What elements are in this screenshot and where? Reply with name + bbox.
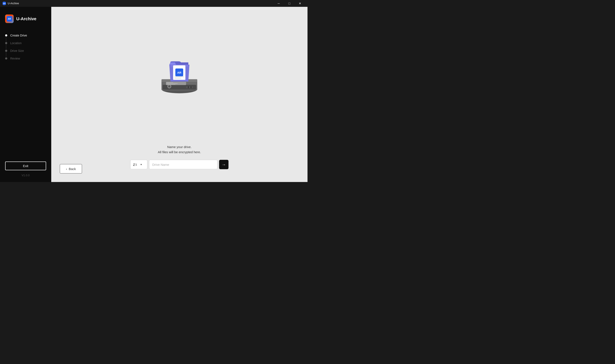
step-dot-review: [5, 57, 7, 60]
bottom-nav: ‹ Back: [60, 164, 82, 173]
subtitle-line2: All files will be encrypted here.: [158, 150, 201, 155]
svg-rect-5: [186, 86, 188, 88]
app-body: AR U-Archive Create Drive Location Drive…: [0, 7, 308, 182]
sidebar-logo: AR U-Archive: [0, 7, 51, 32]
main-content: AR Name your drive. All files will be en…: [51, 7, 308, 182]
svg-text:AR: AR: [177, 71, 182, 74]
form-subtitle: Name your drive. All files will be encry…: [158, 144, 201, 155]
svg-rect-18: [174, 78, 181, 78]
drive-illustration: AR: [156, 50, 203, 97]
drive-form-row: Z:\ Y:\ X:\ W:\ ▾ →: [130, 160, 228, 169]
sidebar-item-review[interactable]: Review: [5, 55, 46, 62]
maximize-button[interactable]: □: [284, 0, 294, 7]
step-label-review: Review: [10, 57, 20, 60]
sidebar-item-location[interactable]: Location: [5, 39, 46, 47]
go-arrow-icon: →: [222, 162, 226, 167]
svg-point-9: [168, 85, 170, 87]
drive-name-input[interactable]: [149, 160, 217, 169]
minimize-button[interactable]: ─: [274, 0, 284, 7]
subtitle-line1: Name your drive.: [158, 144, 201, 150]
exit-button[interactable]: Exit: [5, 161, 46, 170]
title-bar-controls: ─ □ ✕: [274, 0, 305, 7]
title-bar-title: U-Archive: [8, 2, 19, 5]
sidebar-footer: Exit V1.0.0: [0, 156, 51, 182]
svg-rect-7: [192, 86, 193, 88]
go-button[interactable]: →: [219, 160, 228, 169]
nav-steps: Create Drive Location Drive Size Review: [0, 32, 51, 62]
logo-initials: AR: [7, 16, 12, 22]
sidebar-item-drive-size[interactable]: Drive Size: [5, 47, 46, 55]
app-logo-text: U-Archive: [16, 16, 36, 21]
title-bar: AR U-Archive ─ □ ✕: [0, 0, 308, 7]
form-area: Name your drive. All files will be encry…: [130, 144, 228, 182]
step-label-drive-size: Drive Size: [10, 49, 24, 52]
drive-letter-select-wrapper[interactable]: Z:\ Y:\ X:\ W:\ ▾: [130, 160, 147, 169]
step-label-location: Location: [10, 41, 22, 45]
sidebar: AR U-Archive Create Drive Location Drive…: [0, 7, 51, 182]
svg-rect-17: [174, 76, 184, 77]
close-button[interactable]: ✕: [295, 0, 305, 7]
sidebar-item-create-drive[interactable]: Create Drive: [5, 32, 46, 39]
back-arrow-icon: ‹: [66, 167, 67, 171]
step-label-create-drive: Create Drive: [10, 34, 27, 37]
step-dot-create-drive: [5, 34, 7, 37]
app-logo-icon: AR: [5, 14, 14, 23]
svg-rect-6: [189, 86, 190, 88]
illustration-area: AR: [156, 7, 203, 144]
step-dot-location: [5, 42, 7, 44]
svg-rect-13: [166, 84, 175, 84]
step-dot-drive-size: [5, 50, 7, 52]
version-label: V1.0.0: [22, 174, 30, 177]
svg-rect-12: [166, 83, 177, 84]
chevron-down-icon: ▾: [141, 163, 142, 166]
title-bar-icon: AR: [2, 2, 6, 5]
back-button-label: Back: [69, 167, 76, 171]
svg-rect-11: [166, 82, 173, 83]
drive-letter-dropdown[interactable]: Z:\ Y:\ X:\ W:\: [133, 163, 139, 166]
back-button[interactable]: ‹ Back: [60, 164, 82, 173]
title-bar-left: AR U-Archive: [2, 2, 19, 5]
